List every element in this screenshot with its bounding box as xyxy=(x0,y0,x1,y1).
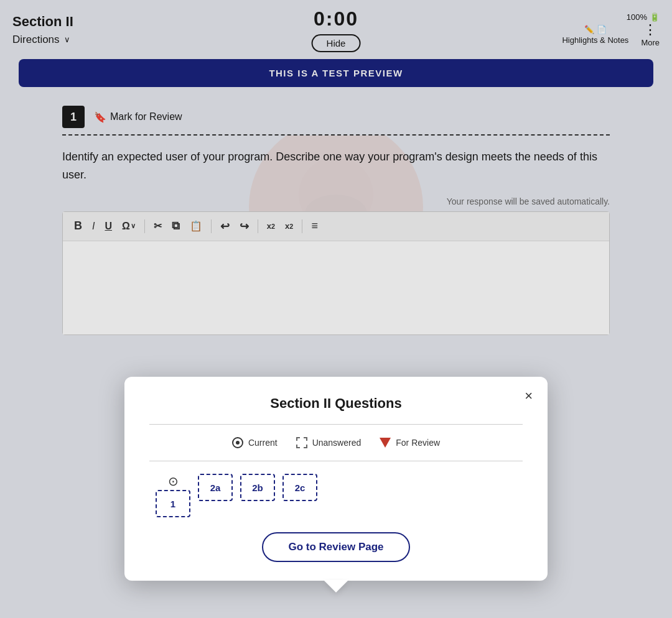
modal-divider-2 xyxy=(149,461,523,461)
question-1-container: ⊙ 1 xyxy=(156,474,190,517)
for-review-label: For Review xyxy=(396,438,440,448)
unanswered-label: Unanswered xyxy=(312,438,362,448)
current-pin-icon: ⊙ xyxy=(168,474,179,489)
modal-legend: Current Unanswered For Review xyxy=(149,437,523,448)
section-questions-modal: Section II Questions × Current Unanswere… xyxy=(124,377,548,581)
review-icon xyxy=(380,438,391,448)
questions-grid: ⊙ 1 2a 2b 2c xyxy=(149,474,523,517)
modal-title: Section II Questions xyxy=(149,395,523,412)
current-icon xyxy=(232,437,243,448)
legend-unanswered: Unanswered xyxy=(296,437,362,448)
modal-overlay: Section II Questions × Current Unanswere… xyxy=(0,0,672,618)
question-2c-button[interactable]: 2c xyxy=(282,474,317,501)
go-to-review-button[interactable]: Go to Review Page xyxy=(262,532,409,562)
modal-close-button[interactable]: × xyxy=(525,388,533,404)
question-1-button[interactable]: 1 xyxy=(156,490,190,517)
legend-current: Current xyxy=(232,437,278,448)
unanswered-icon xyxy=(296,437,307,448)
question-2b-button[interactable]: 2b xyxy=(240,474,275,501)
legend-for-review: For Review xyxy=(380,438,440,448)
modal-arrow xyxy=(324,580,348,593)
modal-divider-1 xyxy=(149,424,523,425)
current-label: Current xyxy=(248,438,278,448)
question-2a-button[interactable]: 2a xyxy=(198,474,233,501)
